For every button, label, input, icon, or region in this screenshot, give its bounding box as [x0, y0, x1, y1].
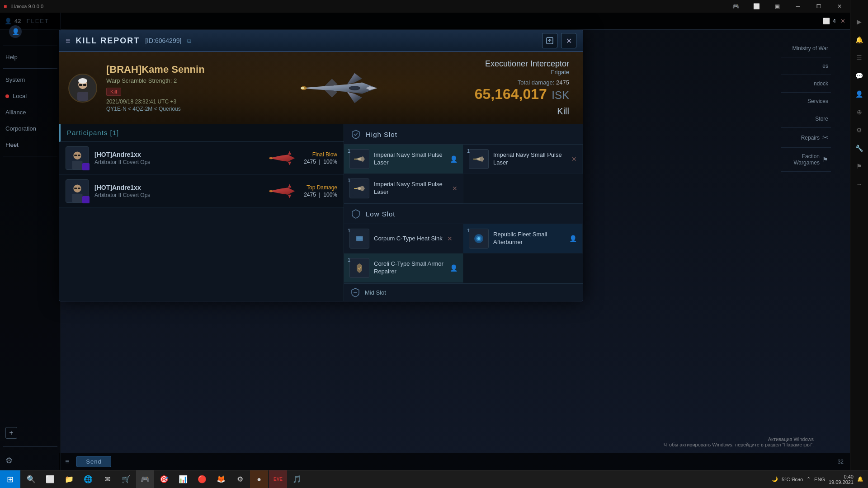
participant-row-1[interactable]: [HOT]Andre1xx Arbitrator II Covert Ops [59, 142, 344, 175]
close-button[interactable]: ✕ [829, 0, 850, 13]
modal-menu-icon[interactable]: ≡ [66, 36, 71, 46]
taskbar-file-explorer[interactable]: 📁 [60, 470, 78, 488]
sidebar-btn-person[interactable]: 👤 [851, 86, 868, 102]
rpl-ndock[interactable]: ndock [781, 75, 831, 93]
ship-class-name: Executioner Interceptor [475, 59, 569, 69]
high-slot-item-3[interactable]: 1 Imperial Navy Small Pulse Laser [344, 174, 463, 203]
sidebar-btn-menu[interactable]: ☰ [851, 50, 868, 66]
taskbar-app-3[interactable]: 📊 [174, 470, 192, 488]
taskbar-search[interactable]: 🔍 [22, 470, 40, 488]
fleet-bar: 👤 42 FLEET ⬜ 4 ✕ [0, 13, 850, 30]
sidebar-btn-play[interactable]: ▶ [851, 14, 868, 30]
sidebar-item-fleet[interactable]: Fleet [0, 138, 61, 152]
sidebar-item-corporation[interactable]: Corporation [0, 122, 61, 136]
low-equip-person-3[interactable]: 👤 [450, 264, 458, 272]
low-equip-count-2: 1 [467, 228, 470, 233]
pilot-name: [BRAH]Kame Sennin [106, 64, 205, 75]
sidebar-btn-settings[interactable]: ⚙ [851, 122, 868, 138]
high-slot-header: High Slot [344, 124, 583, 145]
send-button[interactable]: Send [76, 456, 111, 467]
taskbar-app-7[interactable]: 🎵 [288, 470, 306, 488]
kill-banner: [BRAH]Kame Sennin Warp Scramble Strength… [59, 52, 583, 124]
sidebar-btn-wrench[interactable]: 🔧 [851, 140, 868, 156]
taskbar-app-4[interactable]: 🔴 [193, 470, 211, 488]
pilot-avatar-image [70, 75, 95, 101]
add-fleet-button[interactable]: + [5, 427, 17, 439]
minimize-button[interactable]: 🎮 [725, 0, 746, 13]
sidebar-btn-flag[interactable]: ⚑ [851, 158, 868, 174]
taskbar-game-1[interactable]: 🎮 [136, 470, 154, 488]
pulse-laser-icon-3 [352, 181, 367, 196]
participant-row-2[interactable]: [HOT]Andre1xx Arbitrator II Covert Ops [59, 175, 344, 208]
isk-currency: ISK [552, 89, 569, 101]
high-slot-item-2[interactable]: 1 Imperial Navy Small Pulse Laser [463, 145, 583, 174]
rpl-es[interactable]: es [781, 57, 831, 75]
equip-close-icon-2[interactable]: ✕ [571, 155, 577, 163]
taskbar-notification[interactable]: 🔔 [857, 476, 863, 482]
sidebar-btn-crosshair[interactable]: ⊕ [851, 104, 868, 120]
sidebar-btn-bell[interactable]: 🔔 [851, 32, 868, 48]
taskbar-task-view[interactable]: ⬜ [41, 470, 59, 488]
low-equip-thumb-2 [469, 229, 489, 249]
low-equip-person-2[interactable]: 👤 [569, 235, 577, 242]
taskbar-moon-icon: 🌙 [772, 476, 778, 482]
restore-btn2[interactable]: ⧠ [808, 0, 829, 13]
rpl-store[interactable]: Store [781, 110, 831, 128]
start-button[interactable]: ⊞ [0, 470, 20, 488]
rpl-faction-wargames[interactable]: Faction Wargames ⚑ [781, 148, 831, 172]
sidebar-item-system[interactable]: System [0, 73, 61, 87]
taskbar-game-2[interactable]: 🎯 [155, 470, 173, 488]
equip-close-icon-3[interactable]: ✕ [452, 185, 458, 192]
taskbar-app-5[interactable]: ⚙ [231, 470, 249, 488]
total-damage-label: Total damage: 2475 [475, 79, 569, 86]
sidebar-item-local[interactable]: Local [0, 89, 61, 103]
sidebar-item-alliance[interactable]: Alliance [0, 105, 61, 119]
taskbar-app-6[interactable]: ● [250, 470, 268, 488]
restore-button[interactable]: ⬜ [746, 0, 767, 13]
copy-id-icon[interactable]: ⧉ [187, 37, 191, 45]
fleet-close-btn[interactable]: ✕ [840, 18, 845, 24]
taskbar-chrome[interactable]: 🌐 [79, 470, 97, 488]
taskbar-store[interactable]: 🛒 [117, 470, 135, 488]
bottom-menu-icon[interactable]: ≡ [65, 458, 69, 466]
svg-point-19 [269, 157, 273, 160]
svg-rect-23 [74, 188, 77, 189]
export-button[interactable] [542, 33, 557, 48]
equip-person-icon-1[interactable]: 👤 [450, 155, 458, 163]
player-avatar-icon: 👤 [9, 25, 22, 38]
sidebar-right: ▶ 🔔 ☰ 💬 👤 ⊕ ⚙ 🔧 ⚑ → [850, 0, 868, 470]
taskbar-browser[interactable]: 🦊 [212, 470, 230, 488]
high-slot-item-1[interactable]: 1 Imperial Navy Small Pulse Laser [344, 145, 463, 174]
low-slot-section: Low Slot 1 [344, 204, 583, 283]
low-slot-item-2[interactable]: 1 Republic Fleet Small Afterburner [463, 224, 583, 253]
svg-rect-6 [83, 84, 86, 86]
rpl-services[interactable]: Services [781, 93, 831, 110]
taskbar-eve[interactable]: EVE [269, 470, 287, 488]
participants-title: Participants [1] [67, 129, 119, 136]
taskbar-mail[interactable]: ✉ [98, 470, 116, 488]
sidebar-item-help[interactable]: Help [0, 50, 61, 64]
maximize-button2[interactable]: ▣ [767, 0, 788, 13]
sidebar-btn-arrow[interactable]: → [851, 176, 868, 192]
participant-1-ship-icon [267, 149, 298, 168]
window-controls: 🎮 ⬜ ▣ ─ ⧠ ✕ [725, 0, 850, 13]
minimize-btn2[interactable]: ─ [788, 0, 808, 13]
low-equip-close-1[interactable]: ✕ [447, 235, 453, 242]
sidebar-btn-chat[interactable]: 💬 [851, 68, 868, 84]
rpl-ministry-of-war[interactable]: Ministry of War [781, 40, 831, 57]
svg-rect-5 [79, 84, 82, 86]
bottom-game-bar: ≡ Send 32 [59, 453, 850, 470]
right-panel-labels: Ministry of War es ndock Services Store … [781, 40, 831, 172]
close-modal-button[interactable]: ✕ [561, 33, 576, 48]
isk-display: 65,164,017 ISK [475, 86, 569, 103]
win-activate-line2: Чтобы активировать Windows, перейдите в … [664, 442, 814, 447]
rpl-repairs[interactable]: Repairs ✂ [781, 128, 831, 148]
low-slot-item-3[interactable]: 1 Coreli C-Type Small Armor Repairer 👤 [344, 253, 463, 283]
high-slot-section: High Slot 1 [344, 124, 583, 204]
low-slot-item-1[interactable]: 1 [344, 224, 463, 253]
low-equip-count-1: 1 [348, 228, 350, 233]
participant-2-blow-type: Top Damage [304, 184, 337, 191]
pulse-laser-icon-1 [352, 152, 367, 166]
settings-icon[interactable]: ⚙ [5, 456, 13, 465]
participant-2-stats: Top Damage 2475 | 100% [304, 184, 337, 198]
